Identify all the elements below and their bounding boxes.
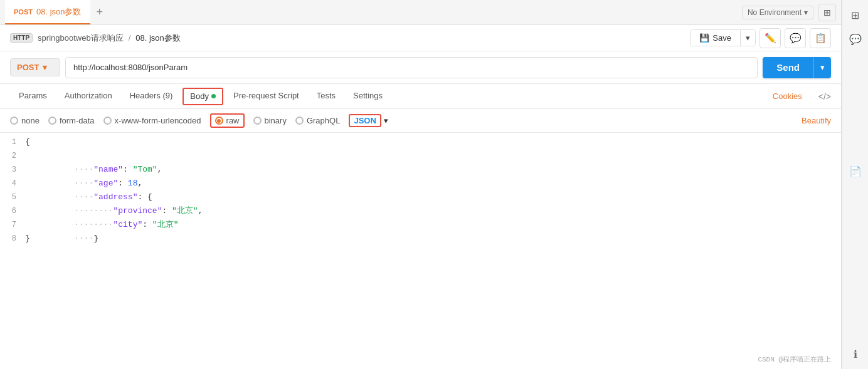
tab-authorization[interactable]: Authorization: [56, 84, 121, 108]
code-editor[interactable]: 1 { 2 ····"name": "Tom", 3 ····"age": 18…: [0, 133, 841, 369]
beautify-button[interactable]: Beautify: [802, 116, 831, 125]
http-badge: HTTP: [10, 33, 33, 43]
send-btn-group: Send ▾: [763, 57, 831, 78]
save-arrow-button[interactable]: ▾: [740, 30, 755, 46]
method-select[interactable]: POST ▾: [10, 58, 60, 76]
radio-x-www-form-urlencoded[interactable]: x-www-form-urlencoded: [103, 116, 201, 125]
method-chevron-icon: ▾: [43, 63, 47, 72]
json-chevron-icon: ▾: [384, 116, 388, 125]
tab-bar: POST 08. json参数 + No Environment ▾ ⊞: [0, 0, 841, 25]
cookies-link[interactable]: Cookies: [773, 91, 802, 101]
code-line-7: 7 ····}: [0, 218, 841, 232]
doc-icon-btn[interactable]: 📋: [810, 28, 831, 48]
request-tabs: Params Authorization Headers (9) Body Pr…: [0, 84, 841, 109]
environment-selector[interactable]: No Environment ▾: [742, 6, 813, 19]
code-line-3: 3 ····"age": 18,: [0, 163, 841, 177]
sidebar-grid-icon[interactable]: ⊞: [845, 5, 865, 25]
code-icon[interactable]: </>: [818, 91, 831, 101]
save-button[interactable]: 💾 Save: [691, 30, 740, 46]
watermark: CSDN @程序喵正在路上: [758, 355, 831, 364]
code-line-6: 6 ········"city": "北京": [0, 204, 841, 218]
edit-icon-btn[interactable]: ✏️: [760, 28, 781, 48]
json-box: JSON: [349, 114, 381, 127]
send-arrow-button[interactable]: ▾: [813, 57, 831, 78]
tab-bar-right: No Environment ▾ ⊞: [742, 4, 836, 21]
radio-graphql[interactable]: GraphQL: [295, 116, 340, 125]
radio-form-data[interactable]: form-data: [48, 116, 95, 125]
radio-none-circle: [10, 117, 18, 125]
body-active-dot: [211, 94, 216, 98]
save-icon: 💾: [699, 33, 709, 43]
breadcrumb-actions: 💾 Save ▾ ✏️ 💬 📋: [690, 28, 831, 48]
code-line-4: 4 ····"address": {: [0, 177, 841, 190]
env-label: No Environment: [748, 8, 802, 17]
url-bar: POST ▾ Send ▾: [0, 51, 841, 84]
tab-body[interactable]: Body: [183, 88, 223, 105]
code-lines-container: 1 { 2 ····"name": "Tom", 3 ····"age": 18…: [0, 133, 841, 248]
json-type-selector[interactable]: JSON ▾: [349, 114, 388, 127]
radio-none[interactable]: none: [10, 116, 40, 125]
breadcrumb-collection[interactable]: springbootweb请求响应: [38, 33, 124, 44]
comment-icon-btn[interactable]: 💬: [785, 28, 806, 48]
body-options-bar: none form-data x-www-form-urlencoded raw…: [0, 109, 841, 133]
radio-raw-circle: [215, 117, 223, 125]
add-tab-button[interactable]: +: [90, 0, 110, 24]
code-line-1: 1 {: [0, 135, 841, 149]
save-btn-group: 💾 Save ▾: [690, 29, 756, 46]
radio-form-data-circle: [48, 117, 56, 125]
body-options-right: Beautify: [802, 116, 831, 125]
json-label: JSON: [354, 116, 376, 125]
tab-params[interactable]: Params: [10, 84, 56, 108]
active-tab[interactable]: POST 08. json参数: [5, 0, 90, 24]
method-label: POST: [17, 63, 39, 72]
workspace-icon-btn[interactable]: ⊞: [818, 4, 836, 21]
tab-method-badge: POST: [14, 8, 33, 16]
radio-binary[interactable]: binary: [253, 116, 287, 125]
save-label: Save: [712, 33, 731, 43]
right-sidebar: ⊞ 💬 📄 ℹ: [842, 0, 868, 369]
code-line-5: 5 ········"province": "北京",: [0, 190, 841, 204]
url-input[interactable]: [65, 57, 758, 78]
raw-box: raw: [210, 113, 245, 128]
breadcrumb-separator: /: [129, 33, 131, 43]
request-tabs-right: Cookies </>: [773, 91, 831, 101]
sidebar-chat-icon[interactable]: 💬: [845, 29, 865, 49]
radio-raw[interactable]: raw: [210, 113, 245, 128]
env-chevron-icon: ▾: [804, 8, 808, 17]
code-line-2: 2 ····"name": "Tom",: [0, 149, 841, 163]
tab-pre-request-script[interactable]: Pre-request Script: [225, 84, 308, 108]
tab-tests[interactable]: Tests: [308, 84, 344, 108]
sidebar-doc-icon[interactable]: 📄: [845, 162, 865, 182]
radio-graphql-circle: [295, 117, 304, 125]
code-line-8: 8 }: [0, 232, 841, 246]
sidebar-info-icon[interactable]: ℹ: [845, 344, 865, 364]
radio-binary-circle: [253, 117, 262, 125]
tab-headers[interactable]: Headers (9): [121, 84, 182, 108]
radio-urlencoded-circle: [103, 117, 112, 125]
tab-title: 08. json参数: [36, 6, 82, 18]
breadcrumb-current: 08. json参数: [135, 33, 181, 44]
breadcrumb-bar: HTTP springbootweb请求响应 / 08. json参数 💾 Sa…: [0, 25, 841, 51]
send-button[interactable]: Send: [763, 57, 813, 78]
tab-settings[interactable]: Settings: [344, 84, 391, 108]
